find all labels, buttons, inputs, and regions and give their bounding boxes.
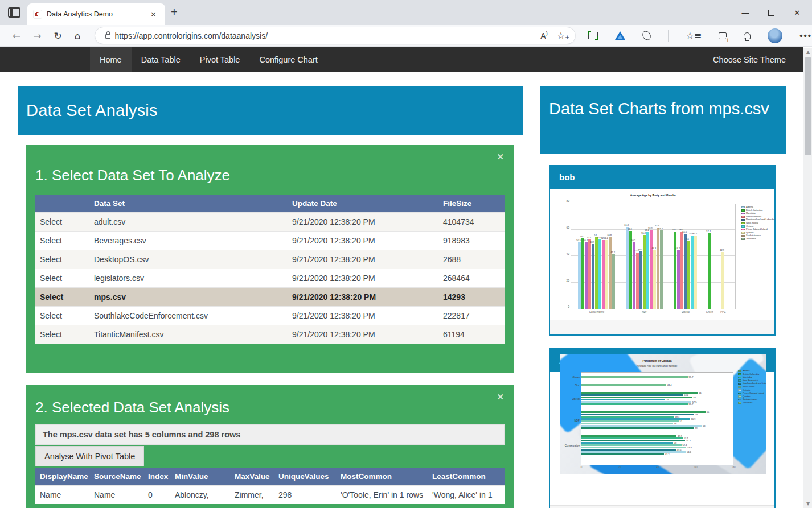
chart1-bar-value: 59.4 xyxy=(658,227,663,230)
chart1-bar-value: 51 xyxy=(686,238,688,241)
chart1-bar xyxy=(588,239,591,309)
chart2-xtick: 40 xyxy=(656,466,659,469)
chart2-bar-value: 51 xyxy=(680,420,682,423)
extension-icon[interactable] xyxy=(642,31,651,40)
avg-age-chart-image: Parliament of Canada Average Age by Part… xyxy=(560,354,766,474)
chart1-legend: AlbertaBritish ColumbiaManitobaNew Bruns… xyxy=(741,206,774,241)
scrollbar-thumb[interactable] xyxy=(805,57,811,155)
chart1-ytick: 80 xyxy=(566,199,569,203)
chart1-bar xyxy=(598,239,601,309)
chart2-xtick: 80 xyxy=(732,466,735,469)
legend-chip xyxy=(738,377,741,379)
browser-essentials-icon[interactable] xyxy=(744,32,751,39)
dataset-size-cell: 268464 xyxy=(438,269,505,288)
dataset-size-cell: 4104734 xyxy=(438,213,505,232)
browser-scrollbar[interactable]: ▲ ▼ xyxy=(803,48,812,508)
column-analysis-table: DisplayNameSourceNameIndexMinValueMaxVal… xyxy=(35,468,505,504)
analysis-header-minvalue: MinValue xyxy=(170,468,230,486)
chart1-bar xyxy=(578,242,581,309)
chart2-bar xyxy=(581,453,664,455)
window-minimize-button[interactable]: — xyxy=(740,9,751,17)
legend-label: Alberta xyxy=(746,206,753,209)
dataset-name-cell: SouthlakeCodeEnforcement.csv xyxy=(89,307,288,325)
vpn-extension-icon[interactable] xyxy=(615,31,625,40)
legend-chip xyxy=(738,383,741,385)
tab-close-icon[interactable]: ✕ xyxy=(147,9,159,20)
select-link[interactable]: Select xyxy=(35,232,89,250)
back-icon[interactable]: ← xyxy=(13,30,20,42)
bob-chart-image: Average Age by Party and Gender020406080… xyxy=(550,189,774,320)
select-link[interactable]: Select xyxy=(35,288,89,307)
new-tab-button[interactable]: + xyxy=(171,6,178,18)
chart2-bar-value: 44.4 xyxy=(667,383,672,386)
legend-chip xyxy=(741,238,745,240)
select-link[interactable]: Select xyxy=(35,325,89,344)
chart2-bar-value: 59 xyxy=(695,413,698,416)
analyse-pivot-button[interactable]: Analyse With Pivot Table xyxy=(35,446,144,466)
favorites-icon[interactable]: ☆≡ xyxy=(686,30,702,41)
legend-chip xyxy=(741,213,745,215)
nav-item-configure-chart[interactable]: Configure Chart xyxy=(249,47,327,72)
analysis-cell: 'O'Toole, Erin' in 1 rows xyxy=(336,486,428,505)
window-close-button[interactable]: ✕ xyxy=(792,9,803,17)
choose-site-theme-link[interactable]: Choose Site Theme xyxy=(713,47,786,72)
dataset-size-cell: 61194 xyxy=(438,325,505,344)
nav-item-data-table[interactable]: Data Table xyxy=(132,47,190,72)
collections-icon[interactable] xyxy=(719,32,727,39)
refresh-icon[interactable]: ↻ xyxy=(54,30,62,42)
browser-tab-strip: Data Analytics Demo ✕ + — ✕ xyxy=(0,0,812,25)
chart1-bar xyxy=(636,253,639,309)
scrollbar-down-icon[interactable]: ▼ xyxy=(803,500,812,508)
dataset-date-cell: 9/21/2020 12:38:20 PM xyxy=(288,232,438,250)
table-row: SelectSouthlakeCodeEnforcement.csv9/21/2… xyxy=(35,307,505,325)
select-link[interactable]: Select xyxy=(35,250,89,269)
sidebar-title: Data Set Charts from mps.csv xyxy=(549,99,777,119)
chart1-bar-value: 54.8 xyxy=(607,233,612,236)
browser-toolbar: ← → ↻ ⌂ https://app.controlorigins.com/d… xyxy=(0,25,812,47)
forward-icon[interactable]: → xyxy=(33,30,41,42)
page-title: Data Set Analysis xyxy=(26,101,158,120)
analysis-header-uniquevalues: UniqueValues xyxy=(274,468,336,486)
browser-tab[interactable]: Data Analytics Demo ✕ xyxy=(27,3,165,25)
address-bar[interactable]: https://app.controlorigins.com/dataanaly… xyxy=(95,27,576,44)
legend-label: Alberta xyxy=(743,370,750,373)
chart2-bar-value: 63 xyxy=(703,424,705,427)
profile-avatar[interactable] xyxy=(768,28,782,43)
read-aloud-icon[interactable]: A) xyxy=(540,31,547,40)
nav-item-home[interactable]: Home xyxy=(90,47,132,72)
chart1-bar xyxy=(646,232,649,309)
table-row: SelectDesktopOS.csv9/21/2020 12:38:20 PM… xyxy=(35,250,505,269)
dataset-size-cell: 918983 xyxy=(438,232,505,250)
nav-item-pivot-table[interactable]: Pivot Table xyxy=(190,47,250,72)
select-link[interactable]: Select xyxy=(35,213,89,232)
chart1-bar xyxy=(643,235,646,309)
chart2-xtick: 0 xyxy=(581,466,583,469)
add-favorite-icon[interactable]: ☆₊ xyxy=(557,30,570,41)
scrollbar-up-icon[interactable]: ▲ xyxy=(803,48,812,56)
select-link[interactable]: Select xyxy=(35,269,89,288)
window-maximize-button[interactable] xyxy=(768,10,774,16)
chart2-plot-area: 02040608055.7Green44.4Bloc6153.2584457.5… xyxy=(581,372,733,465)
dataset-summary: The mps.csv data set has 5 columns and 2… xyxy=(35,424,505,445)
chart1-group-label: PPC xyxy=(720,311,725,313)
panel2-close-icon[interactable]: ✕ xyxy=(497,392,504,402)
analysis-header-sourcename: SourceName xyxy=(89,468,143,486)
panel1-close-icon[interactable]: ✕ xyxy=(497,152,504,162)
chart2-bar xyxy=(581,427,694,429)
chart2-bar xyxy=(581,392,698,394)
legend-label: Nova Scotia xyxy=(746,222,758,225)
dataset-header-update-date: Update Date xyxy=(288,195,438,213)
settings-menu-icon[interactable]: ••• xyxy=(799,31,812,40)
home-icon[interactable]: ⌂ xyxy=(75,30,81,42)
dataset-name-cell: mps.csv xyxy=(89,288,288,307)
web-capture-icon[interactable] xyxy=(588,32,598,39)
chart2-bar-value: 43.2 xyxy=(665,453,670,456)
legend-chip xyxy=(738,389,741,391)
legend-chip xyxy=(738,370,741,373)
tab-actions-icon[interactable] xyxy=(8,7,20,18)
chart2-bar-value: 48 xyxy=(674,422,676,425)
select-link[interactable]: Select xyxy=(35,307,89,325)
legend-chip xyxy=(738,395,741,398)
dataset-date-cell: 9/21/2020 12:38:20 PM xyxy=(288,250,438,269)
chart1-bar-value: 52 xyxy=(601,237,603,239)
